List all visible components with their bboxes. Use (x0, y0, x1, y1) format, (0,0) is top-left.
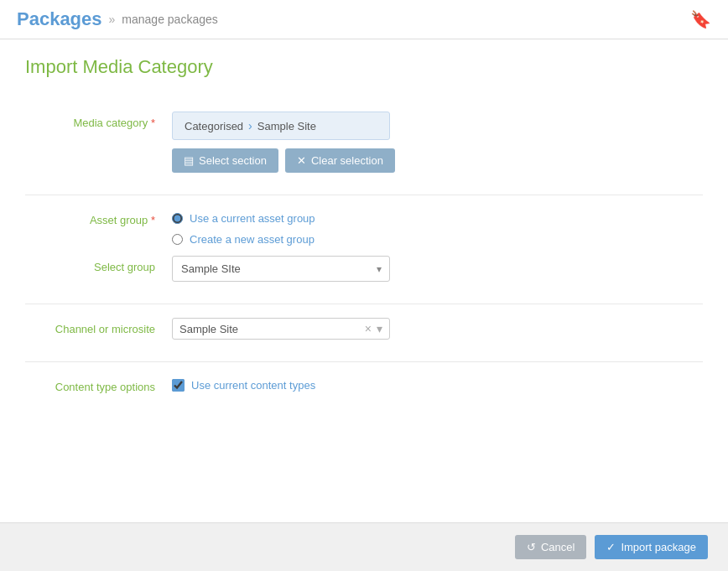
content-type-label: Content type options (25, 376, 172, 393)
category-button-row: Select section Clear selection (172, 148, 703, 173)
clear-icon (297, 154, 306, 167)
import-icon (606, 541, 616, 553)
clear-selection-button[interactable]: Clear selection (285, 148, 395, 173)
select-group-wrapper[interactable]: Sample SIte Option 2 ▾ (172, 256, 390, 282)
content-type-checkbox[interactable] (172, 379, 185, 392)
asset-group-row: Asset group * Use a current asset group … (25, 209, 703, 246)
asset-group-label: Asset group * (25, 209, 172, 226)
content-type-checkbox-label: Use current content types (191, 379, 315, 392)
select-group-row: Select group Sample SIte Option 2 ▾ (25, 256, 703, 282)
media-category-row: Media category * Categorised › Sample Si… (25, 112, 703, 173)
channel-tag-select[interactable]: Sample Site × ▾ (172, 318, 390, 340)
channel-label: Channel or microsite (25, 318, 172, 335)
media-category-controls: Categorised › Sample Site Select section… (172, 112, 703, 173)
asset-group-section: Asset group * Use a current asset group … (25, 195, 703, 304)
category-part2: Sample Site (257, 120, 316, 132)
app-title: Packages (17, 8, 102, 30)
category-part1: Categorised (185, 120, 243, 132)
import-package-button[interactable]: Import package (595, 535, 708, 559)
page-title: Import Media Category (25, 56, 703, 78)
breadcrumb-sub: manage packages (122, 13, 217, 26)
category-separator: › (248, 119, 252, 132)
folder-icon (184, 154, 194, 167)
radio-create-new[interactable]: Create a new asset group (172, 233, 703, 246)
content-type-checkbox-item[interactable]: Use current content types (172, 376, 703, 392)
top-bar: Packages » manage packages 🔖 (0, 0, 728, 39)
radio-use-current[interactable]: Use a current asset group (172, 212, 703, 225)
category-display: Categorised › Sample Site (172, 112, 390, 140)
asset-group-radio-group: Use a current asset group Create a new a… (172, 209, 703, 246)
channel-row: Channel or microsite Sample Site × ▾ (25, 318, 703, 340)
channel-control: Sample Site × ▾ (172, 318, 703, 340)
radio-create-new-input[interactable] (172, 234, 183, 245)
select-section-button[interactable]: Select section (172, 148, 278, 173)
cancel-button[interactable]: Cancel (515, 535, 586, 559)
radio-use-current-label: Use a current asset group (190, 212, 315, 225)
cancel-icon (527, 541, 536, 553)
select-group-control: Sample SIte Option 2 ▾ (172, 256, 703, 282)
channel-value: Sample Site (179, 323, 360, 335)
channel-dropdown-icon[interactable]: ▾ (377, 322, 382, 335)
select-group-select[interactable]: Sample SIte Option 2 (172, 256, 390, 282)
asset-group-controls: Use a current asset group Create a new a… (172, 209, 703, 246)
content-type-row: Content type options Use current content… (25, 376, 703, 393)
required-indicator: * (151, 117, 155, 129)
breadcrumb-separator: » (109, 13, 116, 26)
content-type-section: Content type options Use current content… (25, 362, 703, 415)
bookmark-icon[interactable]: 🔖 (690, 9, 711, 29)
radio-create-new-label: Create a new asset group (190, 233, 315, 246)
asset-group-required: * (151, 214, 155, 226)
media-category-section: Media category * Categorised › Sample Si… (25, 98, 703, 195)
channel-section: Channel or microsite Sample Site × ▾ (25, 304, 703, 362)
media-category-label: Media category * (25, 112, 172, 129)
content-type-control: Use current content types (172, 376, 703, 392)
page-content: Import Media Category Media category * C… (0, 39, 728, 432)
page-footer: Cancel Import package (0, 522, 728, 571)
select-group-label: Select group (25, 256, 172, 273)
radio-use-current-input[interactable] (172, 213, 183, 224)
channel-clear-icon[interactable]: × (365, 323, 372, 335)
breadcrumb: Packages » manage packages (17, 8, 218, 30)
